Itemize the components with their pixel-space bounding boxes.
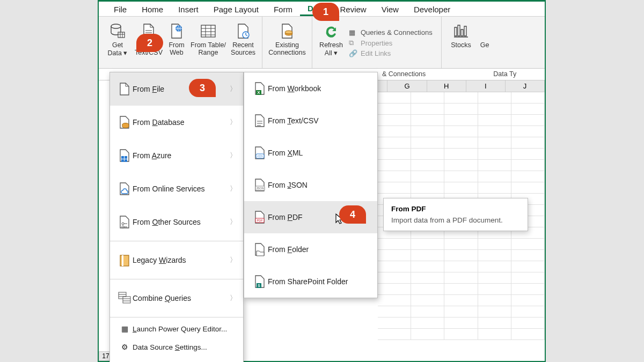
queries-connections-button[interactable]: ▦ Queries & Connections [347, 27, 438, 38]
get-data-button[interactable]: Get Data ▾ [102, 19, 133, 67]
callout-1: 1 [312, 3, 339, 21]
svg-rect-15 [122, 255, 123, 266]
chevron-right-icon: 〉 [230, 184, 237, 194]
label: Refresh [319, 41, 343, 49]
chevron-right-icon: 〉 [230, 117, 237, 127]
combine-icon [116, 291, 133, 305]
label: From Online Services [133, 184, 205, 193]
tab-view[interactable]: View [374, 3, 406, 16]
label: All ▾ [325, 49, 338, 57]
legacy-icon [116, 253, 133, 267]
recent-icon [236, 21, 250, 41]
menu-combine-queries[interactable]: Combine Queries 〉 [110, 282, 243, 315]
group-get-transform: Get Data ▾ From Text/CSV From Web [99, 17, 262, 68]
label: Data ▾ [108, 49, 128, 57]
settings-icon: ⚙ [116, 343, 133, 351]
group-data-types: Stocks Ge [442, 17, 495, 68]
label: Sources [231, 49, 255, 56]
menu-from-workbook[interactable]: X From Workbook [244, 72, 377, 105]
svg-point-6 [285, 31, 292, 34]
label: From Database [133, 118, 185, 127]
chevron-right-icon: 〉 [230, 293, 237, 303]
label: Combine Queries [133, 294, 191, 302]
text-csv-icon [252, 114, 268, 128]
menu-legacy-wizards[interactable]: Legacy Wizards 〉 [110, 243, 243, 277]
menu-launch-pq-editor[interactable]: ▦ Launch Power Query Editor... [110, 320, 243, 338]
edit-links-button[interactable]: 🔗 Edit Links [347, 48, 438, 58]
tab-page-layout[interactable]: Page Layout [206, 3, 266, 16]
label: Recent [232, 41, 254, 49]
ribbon: Get Data ▾ From Text/CSV From Web [99, 17, 545, 69]
workbook-icon: X [252, 82, 268, 95]
from-web-button[interactable]: From Web [164, 19, 189, 67]
menu-from-folder[interactable]: From Folder [244, 233, 377, 265]
menu-from-sharepoint-folder[interactable]: S From SharePoint Folder [244, 265, 377, 298]
label: From File [133, 85, 164, 93]
refresh-all-button[interactable]: Refresh All ▾ [316, 19, 347, 67]
label: From Table/ [191, 41, 226, 49]
svg-text:S: S [258, 284, 260, 287]
get-data-menu: From File 〉 From Database 〉 From Azure 〉… [109, 72, 244, 362]
menu-from-database[interactable]: From Database 〉 [110, 106, 243, 139]
sharepoint-icon: S [252, 275, 268, 289]
label: From Other Sources [133, 218, 201, 226]
svg-point-0 [111, 24, 121, 28]
queries-icon: ▦ [349, 28, 358, 36]
azure-icon [116, 149, 133, 162]
svg-text:JSON: JSON [256, 187, 264, 190]
properties-button[interactable]: ⧉ Properties [347, 38, 438, 48]
menu-data-source-settings[interactable]: ⚙ Data Source Settings... [110, 338, 243, 356]
excel-window: File Home Insert Page Layout Form Data R… [98, 0, 546, 362]
col-header[interactable]: G [387, 80, 427, 92]
tab-formulas[interactable]: Form [266, 3, 300, 16]
label: From PDF [268, 213, 303, 221]
folder-icon [252, 242, 268, 256]
stocks-button[interactable]: Stocks [445, 19, 477, 67]
svg-text:<O>: <O> [257, 154, 264, 158]
database-icon [116, 115, 133, 129]
label: Properties [361, 39, 392, 47]
svg-rect-3 [201, 25, 215, 37]
chevron-right-icon: 〉 [230, 84, 237, 94]
menu-from-other-sources[interactable]: From Other Sources 〉 [110, 205, 243, 239]
menu-from-azure[interactable]: From Azure 〉 [110, 139, 243, 172]
recent-sources-button[interactable]: Recent Sources [228, 19, 259, 67]
svg-rect-17 [123, 297, 130, 303]
group-existing: Existing Connections [262, 17, 312, 68]
separator [110, 241, 243, 241]
tooltip-from-pdf: From PDF Import data from a PDF document… [383, 198, 528, 231]
section-data-types: Data Ty [489, 69, 521, 80]
menu-from-xml[interactable]: <O> From XML [244, 137, 377, 169]
cloud-icon [116, 182, 133, 196]
menu-from-file[interactable]: From File 〉 [110, 72, 243, 106]
tooltip-body: Import data from a PDF document. [391, 216, 520, 224]
from-table-range-button[interactable]: From Table/ Range [189, 19, 228, 67]
label: Launch Power Query Editor... [133, 325, 227, 333]
menu-query-options[interactable]: ⦿ Query Options [110, 356, 243, 362]
svg-text:PDF: PDF [257, 219, 264, 222]
label: From Text/CSV [268, 116, 319, 125]
tab-file[interactable]: File [106, 3, 134, 16]
menu-from-text-csv[interactable]: From Text/CSV [244, 105, 377, 137]
tab-developer[interactable]: Developer [406, 3, 458, 16]
existing-connections-button[interactable]: Existing Connections [266, 19, 309, 67]
chevron-right-icon: 〉 [230, 217, 237, 227]
svg-rect-9 [125, 156, 127, 159]
col-header[interactable]: J [506, 80, 545, 92]
label: Ge [480, 41, 489, 49]
menu-from-json[interactable]: JSON From JSON [244, 169, 377, 201]
table-icon [200, 21, 216, 41]
tab-insert[interactable]: Insert [171, 3, 206, 16]
separator [110, 279, 243, 279]
label: Edit Links [361, 49, 391, 57]
tab-home[interactable]: Home [134, 3, 171, 16]
col-header[interactable]: I [466, 80, 506, 92]
chevron-right-icon: 〉 [230, 151, 237, 160]
label: From SharePoint Folder [268, 277, 348, 286]
menu-from-online-services[interactable]: From Online Services 〉 [110, 172, 243, 205]
callout-3: 3 [189, 79, 216, 97]
geography-button[interactable]: Ge [477, 19, 492, 67]
section-queries-connections: & Connections [378, 69, 430, 80]
stocks-icon [453, 21, 469, 41]
col-header[interactable]: H [427, 80, 466, 92]
